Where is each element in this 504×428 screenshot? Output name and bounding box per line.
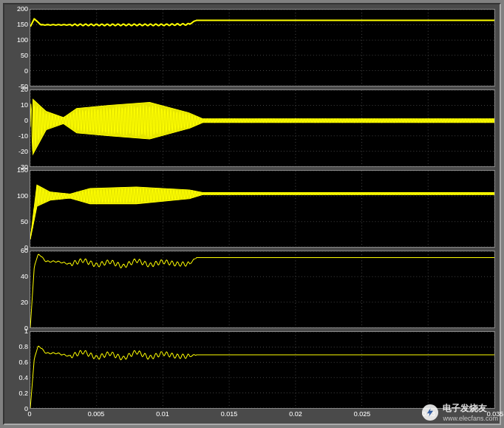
x-tick-label: 0 (27, 410, 31, 418)
x-tick-label: 0.02 (289, 410, 302, 418)
y-tick-label: 40 (21, 273, 28, 280)
y-tick-label: 20 (21, 86, 28, 93)
y-axis-3: 0204060 (9, 251, 30, 328)
y-tick-label: 50 (21, 52, 28, 59)
x-tick-label: 0.01 (156, 410, 169, 418)
subplot-3: 0204060 (9, 251, 495, 328)
plot-area-4[interactable] (30, 331, 495, 409)
y-axis-1: -30-20-1001020 (9, 89, 30, 167)
y-tick-label: 200 (17, 5, 28, 13)
y-tick-label: 0.2 (18, 390, 28, 397)
y-axis-2: 050100150 (9, 170, 30, 248)
plot-area-3[interactable] (30, 251, 495, 328)
y-axis-0: -50050100150200 (9, 9, 30, 86)
y-tick-label: 100 (17, 192, 28, 200)
plots-container: -50050100150200-30-20-100102005010015002… (9, 9, 495, 409)
x-tick-label: 0.005 (88, 410, 105, 418)
subplot-0: -50050100150200 (9, 9, 495, 86)
plot-area-0[interactable] (30, 9, 495, 86)
y-tick-label: 150 (17, 21, 28, 28)
plot-area-2[interactable] (30, 170, 495, 248)
scope-window: -50050100150200-30-20-100102005010015002… (3, 3, 501, 425)
x-tick-label: 0.015 (221, 410, 238, 418)
subplot-4: 00.20.40.60.81 (9, 331, 495, 409)
y-tick-label: 1 (24, 327, 28, 335)
y-tick-label: -10 (18, 132, 28, 140)
x-tick-label: 0.035 (487, 410, 504, 418)
y-tick-label: 20 (21, 299, 28, 306)
y-tick-label: 100 (17, 36, 28, 44)
y-tick-label: 0.4 (18, 374, 28, 381)
x-axis: 00.0050.010.0150.020.0250.030.035 (30, 410, 495, 421)
y-tick-label: 0.6 (18, 359, 28, 366)
plot-area-1[interactable] (30, 89, 495, 167)
y-tick-label: 10 (21, 101, 28, 109)
y-tick-label: 0 (24, 67, 28, 75)
y-tick-label: 60 (21, 247, 28, 254)
y-tick-label: 0.8 (18, 343, 28, 350)
x-tick-label: 0.025 (354, 410, 371, 418)
subplot-2: 050100150 (9, 170, 495, 248)
y-axis-4: 00.20.40.60.81 (9, 331, 30, 409)
y-tick-label: -20 (18, 148, 28, 155)
y-tick-label: 150 (17, 166, 28, 174)
x-tick-label: 0.03 (422, 410, 435, 418)
subplot-1: -30-20-1001020 (9, 89, 495, 167)
y-tick-label: 0 (24, 117, 28, 124)
y-tick-label: 50 (21, 218, 28, 225)
